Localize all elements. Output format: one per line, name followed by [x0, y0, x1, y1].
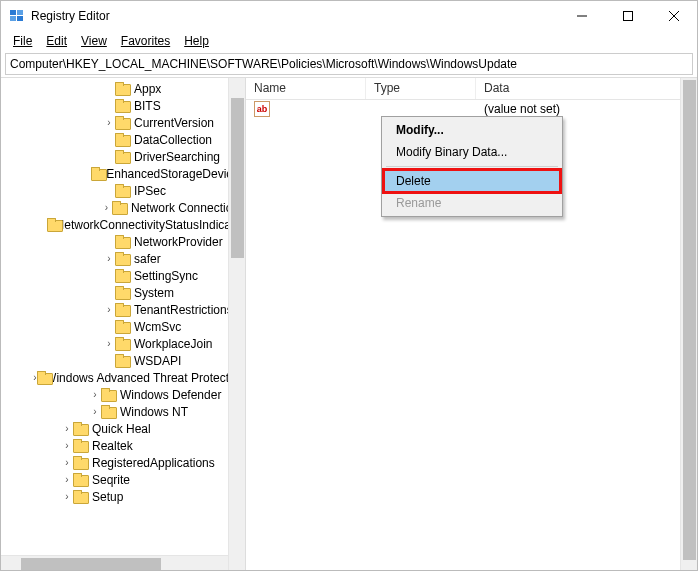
- tree-item-label: Setup: [92, 490, 123, 504]
- folder-icon: [115, 303, 131, 317]
- tree-item-label: DataCollection: [134, 133, 212, 147]
- menu-view[interactable]: View: [75, 33, 113, 49]
- folder-icon: [101, 388, 117, 402]
- folder-icon: [73, 490, 89, 504]
- tree-item[interactable]: ›Seqrite: [1, 471, 245, 488]
- folder-icon: [115, 354, 131, 368]
- folder-icon: [73, 456, 89, 470]
- menu-bar: File Edit View Favorites Help: [1, 31, 697, 51]
- tree-item-label: NetworkProvider: [134, 235, 223, 249]
- tree-scrollbar-h[interactable]: [1, 555, 228, 571]
- menu-edit[interactable]: Edit: [40, 33, 73, 49]
- tree-item[interactable]: EnhancedStorageDevices: [1, 165, 245, 182]
- menu-file[interactable]: File: [7, 33, 38, 49]
- chevron-icon[interactable]: ›: [61, 457, 73, 468]
- tree-item[interactable]: NetworkConnectivityStatusIndicator: [1, 216, 245, 233]
- address-input[interactable]: [10, 57, 688, 71]
- tree-item[interactable]: ›Network Connections: [1, 199, 245, 216]
- tree-item-label: System: [134, 286, 174, 300]
- ctx-rename: Rename: [384, 192, 560, 214]
- tree-item-label: DriverSearching: [134, 150, 220, 164]
- chevron-icon[interactable]: ›: [101, 202, 113, 213]
- address-bar[interactable]: [5, 53, 693, 75]
- chevron-icon[interactable]: ›: [61, 491, 73, 502]
- tree[interactable]: AppxBITS›CurrentVersionDataCollectionDri…: [1, 78, 245, 505]
- tree-pane[interactable]: AppxBITS›CurrentVersionDataCollectionDri…: [1, 78, 246, 571]
- value-name-cell: ab: [246, 101, 366, 117]
- chevron-icon[interactable]: ›: [103, 338, 115, 349]
- tree-item[interactable]: ›Windows Defender: [1, 386, 245, 403]
- tree-item[interactable]: SettingSync: [1, 267, 245, 284]
- tree-item[interactable]: NetworkProvider: [1, 233, 245, 250]
- chevron-icon[interactable]: ›: [89, 389, 101, 400]
- tree-item[interactable]: DriverSearching: [1, 148, 245, 165]
- folder-icon: [115, 133, 131, 147]
- col-header-name[interactable]: Name: [246, 78, 366, 99]
- col-header-data[interactable]: Data: [476, 78, 697, 99]
- chevron-icon[interactable]: ›: [61, 423, 73, 434]
- tree-item[interactable]: ›TenantRestrictions: [1, 301, 245, 318]
- tree-item-label: Windows Defender: [120, 388, 221, 402]
- close-button[interactable]: [651, 1, 697, 31]
- ctx-modify-binary[interactable]: Modify Binary Data...: [384, 141, 560, 163]
- folder-icon: [115, 82, 131, 96]
- tree-scrollbar-v[interactable]: [228, 78, 245, 571]
- tree-item[interactable]: ›Windows Advanced Threat Protection: [1, 369, 245, 386]
- folder-icon: [115, 235, 131, 249]
- folder-icon: [115, 286, 131, 300]
- list-body[interactable]: ab (value not set) Modify... Modify Bina…: [246, 100, 697, 571]
- tree-item[interactable]: DataCollection: [1, 131, 245, 148]
- value-data-cell: (value not set): [476, 102, 697, 116]
- tree-item[interactable]: System: [1, 284, 245, 301]
- tree-item-label: Windows NT: [120, 405, 188, 419]
- ctx-modify[interactable]: Modify...: [384, 119, 560, 141]
- folder-icon: [47, 218, 53, 232]
- svg-rect-3: [17, 16, 23, 21]
- folder-icon: [73, 473, 89, 487]
- tree-item[interactable]: ›Quick Heal: [1, 420, 245, 437]
- menu-favorites[interactable]: Favorites: [115, 33, 176, 49]
- tree-item-label: Seqrite: [92, 473, 130, 487]
- svg-rect-0: [10, 10, 16, 15]
- folder-icon: [115, 320, 131, 334]
- tree-item[interactable]: ›RegisteredApplications: [1, 454, 245, 471]
- window-controls: [559, 1, 697, 31]
- tree-item-label: WcmSvc: [134, 320, 181, 334]
- tree-item-label: RegisteredApplications: [92, 456, 215, 470]
- tree-item[interactable]: ›safer: [1, 250, 245, 267]
- tree-item[interactable]: WcmSvc: [1, 318, 245, 335]
- chevron-icon[interactable]: ›: [103, 117, 115, 128]
- chevron-icon[interactable]: ›: [103, 253, 115, 264]
- chevron-icon[interactable]: ›: [61, 440, 73, 451]
- chevron-icon[interactable]: ›: [61, 474, 73, 485]
- folder-icon: [115, 337, 131, 351]
- tree-item[interactable]: ›Setup: [1, 488, 245, 505]
- tree-item[interactable]: ›Windows NT: [1, 403, 245, 420]
- menu-help[interactable]: Help: [178, 33, 215, 49]
- tree-item[interactable]: WSDAPI: [1, 352, 245, 369]
- folder-icon: [115, 269, 131, 283]
- tree-item[interactable]: IPSec: [1, 182, 245, 199]
- app-icon: [9, 8, 25, 24]
- content-area: AppxBITS›CurrentVersionDataCollectionDri…: [1, 77, 697, 571]
- string-value-icon: ab: [254, 101, 270, 117]
- tree-item-label: NetworkConnectivityStatusIndicator: [56, 218, 245, 232]
- tree-item[interactable]: ›Realtek: [1, 437, 245, 454]
- svg-rect-2: [10, 16, 16, 21]
- folder-icon: [115, 116, 131, 130]
- folder-icon: [112, 201, 128, 215]
- list-header: Name Type Data: [246, 78, 697, 100]
- tree-item[interactable]: Appx: [1, 80, 245, 97]
- folder-icon: [101, 405, 117, 419]
- col-header-type[interactable]: Type: [366, 78, 476, 99]
- ctx-delete[interactable]: Delete: [384, 170, 560, 192]
- chevron-icon[interactable]: ›: [103, 304, 115, 315]
- tree-item[interactable]: ›WorkplaceJoin: [1, 335, 245, 352]
- maximize-button[interactable]: [605, 1, 651, 31]
- minimize-button[interactable]: [559, 1, 605, 31]
- tree-item[interactable]: BITS: [1, 97, 245, 114]
- list-scrollbar-v[interactable]: [680, 78, 697, 571]
- chevron-icon[interactable]: ›: [89, 406, 101, 417]
- tree-item-label: WorkplaceJoin: [134, 337, 212, 351]
- tree-item[interactable]: ›CurrentVersion: [1, 114, 245, 131]
